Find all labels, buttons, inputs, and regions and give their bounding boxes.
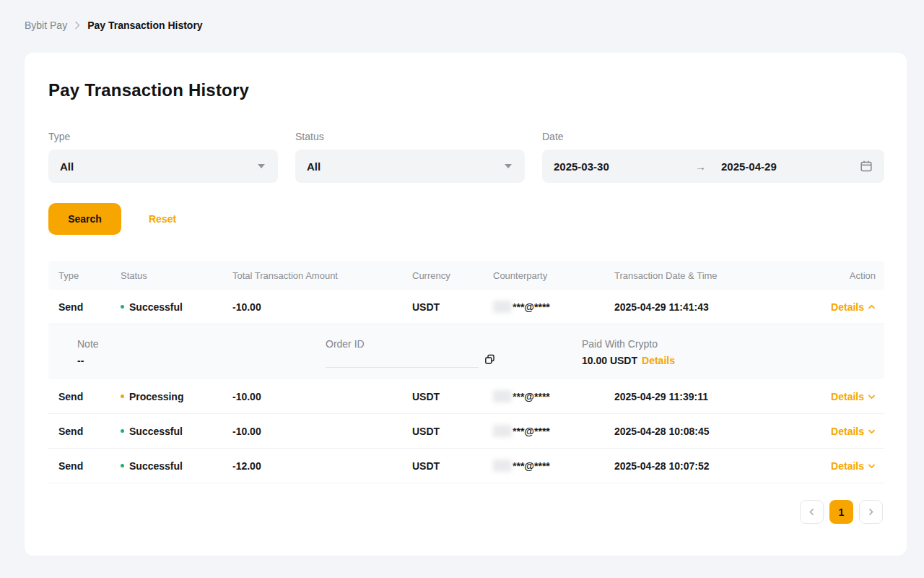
chevron-down-icon xyxy=(868,428,876,434)
page-number-button[interactable]: 1 xyxy=(829,500,853,524)
arrow-right-icon: → xyxy=(695,160,721,173)
redacted-blur xyxy=(493,460,512,472)
tx-counterparty: ***@**** xyxy=(493,460,614,472)
status-filter-label: Status xyxy=(295,131,525,142)
tx-status: Successful xyxy=(121,301,232,313)
details-expand-button[interactable]: Details xyxy=(831,426,876,437)
chevron-down-icon xyxy=(505,164,512,168)
tx-type: Send xyxy=(48,391,121,402)
tx-type: Send xyxy=(48,301,121,313)
table-row: Send Successful -10.00 USDT ***@**** 202… xyxy=(48,290,884,324)
prev-page-button[interactable] xyxy=(800,500,824,524)
note-value: -- xyxy=(77,353,326,368)
type-filter-label: Type xyxy=(48,131,278,142)
main-card: Pay Transaction History Type All Status … xyxy=(25,53,907,556)
tx-action-cell: Details xyxy=(770,301,884,313)
tx-datetime: 2025-04-28 10:08:45 xyxy=(614,426,770,437)
paid-with-crypto-block: Paid With Crypto 10.00 USDT Details xyxy=(582,337,884,379)
status-text: Processing xyxy=(129,391,183,402)
tx-currency: USDT xyxy=(412,391,493,402)
paid-with-crypto-label: Paid With Crypto xyxy=(582,337,884,351)
paid-details-link[interactable]: Details xyxy=(642,355,675,366)
order-id-value-row xyxy=(326,354,582,368)
status-text: Successful xyxy=(129,301,183,313)
order-id-redacted-value xyxy=(326,366,479,368)
table-row: Send Processing -10.00 USDT ***@**** 202… xyxy=(48,379,884,414)
header-datetime: Transaction Date & Time xyxy=(614,270,770,281)
tx-status: Successful xyxy=(121,460,232,472)
header-amount: Total Transaction Amount xyxy=(232,270,412,281)
table-header-row: Type Status Total Transaction Amount Cur… xyxy=(48,261,884,290)
tx-status: Successful xyxy=(121,426,232,437)
details-label: Details xyxy=(831,391,864,402)
details-collapse-button[interactable]: Details xyxy=(831,301,876,313)
status-filter-group: Status All xyxy=(295,131,525,183)
date-filter-group: Date 2025-03-30 → 2025-04-29 xyxy=(542,131,884,183)
counterparty-mask: ***@**** xyxy=(513,460,550,472)
chevron-up-icon xyxy=(868,304,876,310)
filters-bar: Type All Status All Date 2025-03-30 → 2 xyxy=(48,131,883,183)
header-action: Action xyxy=(770,270,884,281)
reset-button[interactable]: Reset xyxy=(149,213,176,225)
note-label: Note xyxy=(77,337,326,351)
table-row: Send Successful -12.00 USDT ***@**** 202… xyxy=(48,449,884,483)
counterparty-mask: ***@**** xyxy=(513,301,550,313)
tx-datetime: 2025-04-28 10:07:52 xyxy=(614,460,770,472)
breadcrumb-current: Pay Transaction History xyxy=(87,20,203,31)
tx-amount: -10.00 xyxy=(232,426,412,437)
details-expand-button[interactable]: Details xyxy=(831,391,876,402)
status-dot-icon xyxy=(121,429,124,433)
table-row: Send Successful -10.00 USDT ***@**** 202… xyxy=(48,414,884,449)
tx-currency: USDT xyxy=(412,426,493,437)
type-select-value: All xyxy=(60,160,74,173)
header-counterparty: Counterparty xyxy=(493,270,614,281)
details-expand-button[interactable]: Details xyxy=(831,460,876,472)
search-button[interactable]: Search xyxy=(48,203,121,235)
chevron-down-icon xyxy=(868,394,876,400)
redacted-blur xyxy=(493,301,512,313)
pay-transaction-history-screen: Bybit Pay Pay Transaction History Pay Tr… xyxy=(0,0,924,578)
paid-with-crypto-value-row: 10.00 USDT Details xyxy=(582,353,884,368)
copy-icon[interactable] xyxy=(484,354,495,367)
tx-datetime: 2025-04-29 11:41:43 xyxy=(614,301,770,313)
transactions-table: Type Status Total Transaction Amount Cur… xyxy=(48,261,884,483)
status-text: Successful xyxy=(129,460,183,472)
pagination: 1 xyxy=(48,500,883,556)
status-select-value: All xyxy=(307,160,321,173)
header-type: Type xyxy=(48,270,121,281)
tx-status: Processing xyxy=(121,391,232,402)
header-status: Status xyxy=(121,270,232,281)
breadcrumb-bybit-pay[interactable]: Bybit Pay xyxy=(25,20,67,31)
status-select[interactable]: All xyxy=(295,150,525,183)
chevron-right-icon xyxy=(868,508,873,516)
breadcrumb: Bybit Pay Pay Transaction History xyxy=(0,0,924,31)
date-range-picker[interactable]: 2025-03-30 → 2025-04-29 xyxy=(542,150,884,183)
status-dot-icon xyxy=(121,305,124,309)
details-label: Details xyxy=(831,301,864,313)
chevron-down-icon xyxy=(868,463,876,469)
tx-action-cell: Details xyxy=(770,460,884,472)
type-filter-group: Type All xyxy=(48,131,278,183)
redacted-blur xyxy=(493,390,512,402)
tx-type: Send xyxy=(48,460,121,472)
status-dot-icon xyxy=(121,464,124,467)
tx-counterparty: ***@**** xyxy=(493,301,614,313)
status-dot-icon xyxy=(121,394,124,398)
date-start-value[interactable]: 2025-03-30 xyxy=(554,160,695,173)
tx-counterparty: ***@**** xyxy=(493,390,614,402)
date-end-value[interactable]: 2025-04-29 xyxy=(721,160,860,173)
details-label: Details xyxy=(831,426,864,437)
chevron-down-icon xyxy=(258,164,265,168)
chevron-left-icon xyxy=(809,508,814,516)
tx-amount: -10.00 xyxy=(232,301,412,313)
calendar-icon xyxy=(860,160,873,173)
type-select[interactable]: All xyxy=(48,150,278,183)
tx-counterparty: ***@**** xyxy=(493,425,614,437)
expanded-detail-panel: Note -- Order ID xyxy=(48,324,884,379)
tx-type: Send xyxy=(48,426,121,437)
note-block: Note -- xyxy=(77,337,326,379)
tx-amount: -12.00 xyxy=(232,460,412,472)
next-page-button[interactable] xyxy=(859,500,883,524)
status-text: Successful xyxy=(129,426,183,437)
details-label: Details xyxy=(831,460,864,472)
